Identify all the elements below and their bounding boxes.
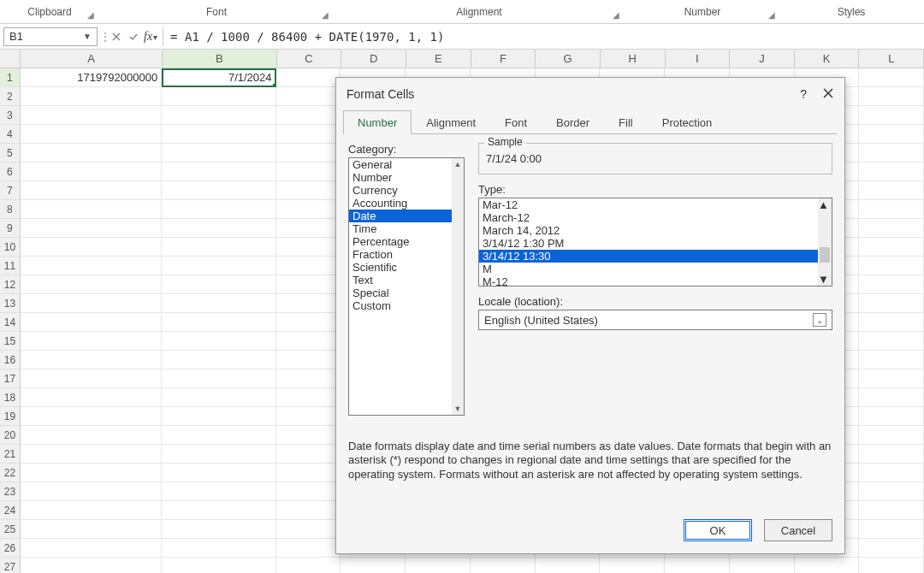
cell[interactable]	[859, 351, 924, 369]
cell[interactable]	[859, 520, 924, 539]
cell[interactable]	[162, 388, 275, 407]
formula-input[interactable]	[163, 27, 924, 46]
cell[interactable]	[162, 351, 275, 369]
close-button[interactable]	[822, 87, 834, 102]
cell[interactable]	[859, 426, 924, 445]
row-header[interactable]: 12	[0, 275, 21, 294]
row-header[interactable]: 7	[0, 181, 21, 200]
row-header[interactable]: 25	[0, 520, 21, 539]
cell[interactable]	[795, 558, 860, 573]
tab-font[interactable]: Font	[490, 110, 542, 134]
category-item[interactable]: Percentage	[349, 235, 452, 248]
cell[interactable]	[859, 68, 924, 87]
type-item[interactable]: March-12	[479, 211, 818, 224]
cell[interactable]	[276, 332, 341, 351]
cell[interactable]: 1719792000000	[21, 68, 162, 87]
row-header[interactable]: 27	[0, 558, 21, 573]
cell[interactable]	[162, 219, 275, 238]
cell[interactable]	[276, 144, 341, 162]
cell[interactable]	[859, 313, 924, 332]
category-item[interactable]: Special	[349, 286, 452, 299]
row-header[interactable]: 18	[0, 388, 21, 407]
cell[interactable]	[21, 520, 162, 539]
category-item[interactable]: Scientific	[349, 261, 452, 274]
cell[interactable]	[162, 275, 275, 294]
cell[interactable]	[341, 558, 406, 573]
cancel-formula-button[interactable]	[109, 27, 124, 46]
cell[interactable]	[276, 558, 341, 573]
column-header[interactable]: K	[795, 50, 860, 68]
cell[interactable]	[21, 181, 162, 200]
cell[interactable]	[21, 407, 162, 426]
cell[interactable]	[859, 238, 924, 257]
cell[interactable]	[162, 482, 275, 501]
cell[interactable]	[21, 445, 162, 464]
help-button[interactable]: ?	[800, 87, 807, 101]
cell[interactable]	[859, 369, 924, 388]
cell[interactable]	[162, 313, 275, 332]
tab-border[interactable]: Border	[542, 110, 604, 134]
cell[interactable]	[276, 482, 341, 501]
cell[interactable]	[162, 520, 275, 539]
cell[interactable]	[21, 106, 162, 125]
cell[interactable]	[21, 125, 162, 144]
type-item[interactable]: March 14, 2012	[479, 224, 818, 237]
column-header[interactable]: J	[730, 50, 795, 68]
cell[interactable]	[859, 294, 924, 313]
cell[interactable]	[859, 388, 924, 407]
row-header[interactable]: 10	[0, 238, 21, 257]
dialog-titlebar[interactable]: Format Cells ?	[336, 78, 844, 110]
column-header[interactable]: B	[163, 50, 277, 68]
cell[interactable]	[859, 275, 924, 294]
type-item[interactable]: Mar-12	[479, 198, 818, 211]
cell[interactable]	[859, 558, 924, 573]
cell[interactable]	[276, 388, 341, 407]
row-header[interactable]: 3	[0, 106, 21, 125]
cell[interactable]	[859, 162, 924, 181]
cell[interactable]	[21, 464, 162, 482]
cell[interactable]	[21, 351, 162, 369]
cell[interactable]	[276, 294, 341, 313]
cell[interactable]	[859, 257, 924, 275]
cell[interactable]	[859, 445, 924, 464]
cell[interactable]	[859, 407, 924, 426]
column-header[interactable]: E	[406, 50, 471, 68]
category-item[interactable]: Accounting	[349, 197, 452, 210]
row-header[interactable]: 4	[0, 125, 21, 144]
cell[interactable]	[162, 558, 275, 573]
row-header[interactable]: 8	[0, 200, 21, 219]
scroll-down-icon[interactable]: ▼	[452, 403, 464, 415]
cell[interactable]	[21, 313, 162, 332]
accept-formula-button[interactable]	[126, 27, 141, 46]
cell[interactable]	[162, 87, 275, 106]
cell[interactable]	[162, 369, 275, 388]
cell[interactable]	[162, 125, 275, 144]
name-box[interactable]: B1 ▼	[3, 27, 98, 46]
cell[interactable]	[162, 200, 275, 219]
cell[interactable]	[162, 332, 275, 351]
cell[interactable]	[162, 407, 275, 426]
row-header[interactable]: 24	[0, 501, 21, 520]
cell[interactable]	[276, 445, 341, 464]
cell[interactable]	[162, 144, 275, 162]
cell[interactable]	[21, 501, 162, 520]
cell[interactable]	[162, 426, 275, 445]
ok-button[interactable]: OK	[684, 519, 752, 541]
type-item[interactable]: 3/14/12 13:30	[479, 250, 818, 263]
dialog-launcher-icon[interactable]: ◢	[322, 10, 329, 20]
column-header[interactable]: D	[341, 50, 406, 68]
cell[interactable]	[276, 106, 341, 125]
cell[interactable]	[859, 125, 924, 144]
cell[interactable]	[730, 558, 795, 573]
cell[interactable]	[21, 275, 162, 294]
cell[interactable]	[276, 351, 341, 369]
cell[interactable]	[162, 445, 275, 464]
cell[interactable]	[21, 332, 162, 351]
cell[interactable]	[600, 558, 665, 573]
row-header[interactable]: 19	[0, 407, 21, 426]
chevron-down-icon[interactable]: ⌄	[813, 313, 826, 327]
cell[interactable]	[276, 313, 341, 332]
cell[interactable]	[162, 257, 275, 275]
cell[interactable]	[276, 275, 341, 294]
cell[interactable]	[276, 200, 341, 219]
